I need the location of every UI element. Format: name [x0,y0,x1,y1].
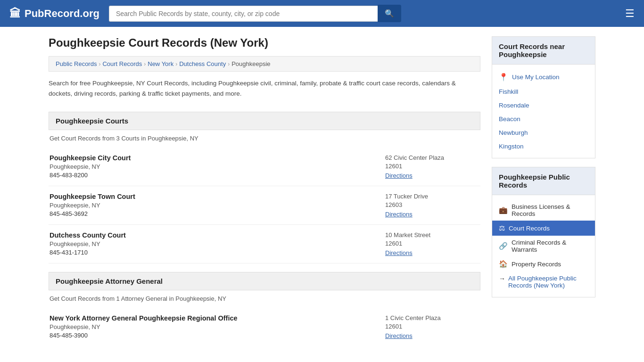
briefcase-icon: 💼 [499,206,508,214]
menu-icon[interactable]: ☰ [625,8,635,20]
sidebar-city-beacon[interactable]: Beacon [492,112,595,126]
logo-text: PubRecord.org [25,8,99,20]
court-phone-county-court: 845-431-1710 [50,249,126,256]
site-logo[interactable]: 🏛 PubRecord.org [9,7,99,20]
page-content: Poughkeepsie Court Records (New York) Pu… [39,27,605,355]
court-entry-town-court: Poughkeepsie Town Court Poughkeepsie, NY… [49,186,480,225]
search-input[interactable] [109,6,378,22]
address-street-town-court: 17 Tucker Drive [385,193,479,200]
sidebar-item-business-licenses[interactable]: 💼 Business Licenses & Records [492,200,595,221]
search-button[interactable]: 🔍 [378,5,401,22]
logo-icon: 🏛 [9,7,21,20]
court-location-county-court: Poughkeepsie, NY [50,240,126,247]
sep-1: › [99,61,100,67]
sidebar-item-label-business: Business Licenses & Records [512,203,588,217]
directions-link-city-court[interactable]: Directions [385,172,413,179]
court-name-town-court: Poughkeepsie Town Court [50,193,135,200]
page-title: Poughkeepsie Court Records (New York) [49,36,480,49]
address-zip-town-court: 12603 [385,201,479,208]
use-location-label: Use My Location [512,74,560,81]
directions-link-town-court[interactable]: Directions [385,211,413,218]
attorney-section-header: Poughkeepsie Attorney General [49,272,480,290]
sep-3: › [175,61,177,67]
court-phone-town-court: 845-485-3692 [50,210,135,217]
court-location-ag-office: Poughkeepsie, NY [50,323,238,330]
court-info-county-court: Dutchess County Court Poughkeepsie, NY 8… [50,231,126,256]
sidebar-item-label-court: Court Records [509,225,550,232]
court-info-ag-office: New York Attorney General Poughkeepsie R… [50,314,238,339]
all-records-link[interactable]: All Poughkeepsie Public Records (New Yor… [508,275,588,289]
gavel-icon: ⚖ [499,224,505,232]
sidebar-city-newburgh[interactable]: Newburgh [492,126,595,140]
breadcrumb-new-york[interactable]: New York [148,60,173,67]
court-phone-ag-office: 845-485-3900 [50,332,238,339]
sidebar: Court Records near Poughkeepsie 📍 Use My… [492,36,595,346]
court-address-county-court: 10 Market Street 12601 Directions [385,231,479,256]
sidebar-public-records-box: Poughkeepsie Public Records 💼 Business L… [492,167,595,297]
address-street-city-court: 62 Civic Center Plaza [385,154,479,161]
sidebar-item-label-property: Property Records [512,261,561,268]
use-location-item[interactable]: 📍 Use My Location [492,69,595,85]
court-name-county-court: Dutchess County Court [50,231,126,239]
court-location-town-court: Poughkeepsie, NY [50,202,135,209]
court-entry-city-court: Poughkeepsie City Court Poughkeepsie, NY… [49,148,480,186]
sidebar-item-property-records[interactable]: 🏠 Property Records [492,256,595,272]
location-icon: 📍 [499,73,508,82]
page-description: Search for free Poughkeepsie, NY Court R… [49,78,480,103]
sidebar-public-records-content: 💼 Business Licenses & Records ⚖ Court Re… [492,195,595,297]
breadcrumb-poughkeepsie: Poughkeepsie [231,60,270,67]
court-name-city-court: Poughkeepsie City Court [50,154,131,162]
court-address-town-court: 17 Tucker Drive 12603 Directions [385,193,479,218]
sidebar-item-label-criminal: Criminal Records & Warrants [512,239,588,253]
court-name-ag-office: New York Attorney General Poughkeepsie R… [50,314,238,322]
sidebar-all-records: → All Poughkeepsie Public Records (New Y… [492,272,595,292]
sidebar-city-fishkill[interactable]: Fishkill [492,85,595,99]
breadcrumb: Public Records › Court Records › New Yor… [49,56,480,72]
court-entry-ag-office: New York Attorney General Poughkeepsie R… [49,308,480,346]
court-address-city-court: 62 Civic Center Plaza 12601 Directions [385,154,479,179]
sidebar-item-court-records[interactable]: ⚖ Court Records [492,221,595,236]
home-icon: 🏠 [499,260,508,268]
address-street-county-court: 10 Market Street [385,231,479,239]
sidebar-city-rosendale[interactable]: Rosendale [492,99,595,112]
court-info-city-court: Poughkeepsie City Court Poughkeepsie, NY… [50,154,131,179]
sidebar-nearby-box: Court Records near Poughkeepsie 📍 Use My… [492,36,595,158]
address-zip-county-court: 12601 [385,240,479,247]
key-icon: 🔗 [499,242,508,250]
sidebar-item-criminal-records[interactable]: 🔗 Criminal Records & Warrants [492,236,595,256]
address-zip-city-court: 12601 [385,163,479,170]
address-zip-ag-office: 12601 [385,323,479,330]
breadcrumb-public-records[interactable]: Public Records [56,60,97,67]
court-entry-county-court: Dutchess County Court Poughkeepsie, NY 8… [49,225,480,263]
court-address-ag-office: 1 Civic Center Plaza 12601 Directions [385,314,479,339]
sep-4: › [228,61,230,67]
address-street-ag-office: 1 Civic Center Plaza [385,314,479,321]
main-column: Poughkeepsie Court Records (New York) Pu… [49,36,480,346]
courts-section-header: Poughkeepsie Courts [49,112,480,130]
sidebar-nearby-header: Court Records near Poughkeepsie [492,37,595,65]
directions-link-county-court[interactable]: Directions [385,249,413,256]
search-bar: 🔍 [109,5,401,22]
sep-2: › [144,61,146,67]
directions-link-ag-office[interactable]: Directions [385,332,413,339]
courts-section-desc: Get Court Records from 3 Courts in Pough… [49,135,480,148]
court-location-city-court: Poughkeepsie, NY [50,163,131,170]
arrow-icon: → [499,275,505,282]
breadcrumb-dutchess-county[interactable]: Dutchess County [179,60,226,67]
sidebar-public-records-header: Poughkeepsie Public Records [492,167,595,195]
attorney-section-desc: Get Court Records from 1 Attorney Genera… [49,295,480,308]
sidebar-city-kingston[interactable]: Kingston [492,140,595,153]
court-phone-city-court: 845-483-8200 [50,172,131,179]
breadcrumb-court-records[interactable]: Court Records [102,60,142,67]
site-header: 🏛 PubRecord.org 🔍 ☰ [0,0,644,27]
sidebar-nearby-content: 📍 Use My Location Fishkill Rosendale Bea… [492,65,595,158]
court-info-town-court: Poughkeepsie Town Court Poughkeepsie, NY… [50,193,135,218]
